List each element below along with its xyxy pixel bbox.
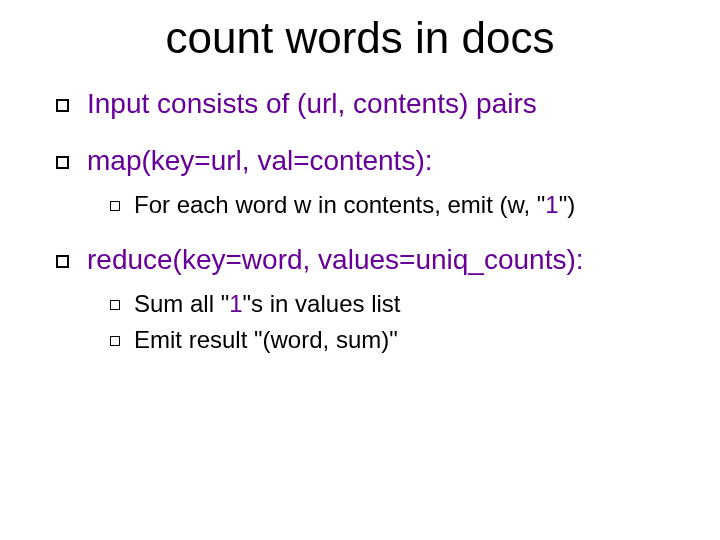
square-bullet-icon	[56, 99, 69, 112]
square-bullet-icon	[56, 156, 69, 169]
text-input-pairs: Input consists of (url, contents) pairs	[87, 86, 537, 121]
bullet-reduce: reduce(key=word, values=uniq_counts):	[56, 242, 672, 277]
square-subbullet-icon	[110, 300, 120, 310]
slide: count words in docs Input consists of (u…	[0, 0, 720, 540]
text-map: map(key=url, val=contents):	[87, 143, 433, 178]
bullet-input-pairs: Input consists of (url, contents) pairs	[56, 86, 672, 121]
square-subbullet-icon	[110, 201, 120, 211]
square-bullet-icon	[56, 255, 69, 268]
bullet-map: map(key=url, val=contents):	[56, 143, 672, 178]
subbullet-reduce-sum: Sum all "1"s in values list	[110, 289, 672, 319]
slide-title: count words in docs	[0, 0, 720, 62]
slide-body: Input consists of (url, contents) pairs …	[0, 62, 720, 355]
subbullet-reduce-emit: Emit result "(word, sum)"	[110, 325, 672, 355]
square-subbullet-icon	[110, 336, 120, 346]
text-map-emit: For each word w in contents, emit (w, "1…	[134, 190, 575, 220]
text-reduce-sum: Sum all "1"s in values list	[134, 289, 401, 319]
text-reduce: reduce(key=word, values=uniq_counts):	[87, 242, 584, 277]
subbullet-map-emit: For each word w in contents, emit (w, "1…	[110, 190, 672, 220]
text-reduce-emit: Emit result "(word, sum)"	[134, 325, 398, 355]
